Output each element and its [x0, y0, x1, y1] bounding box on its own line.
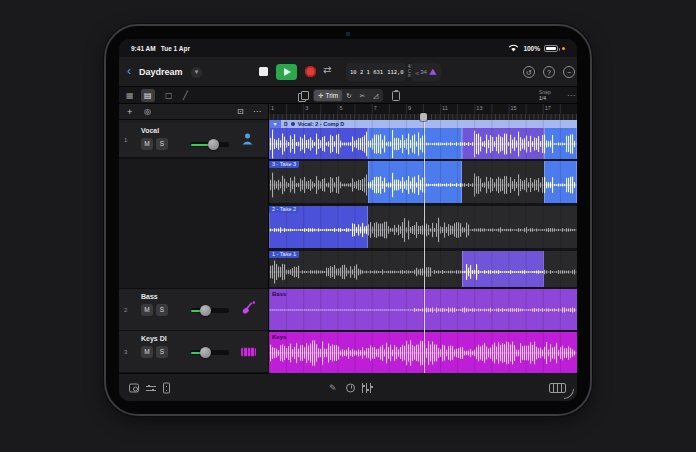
keyboard-icon	[241, 347, 256, 356]
lcd-display[interactable]: 10 2 1 631 112,0 4/4 C maj	[346, 63, 406, 81]
battery-icon	[544, 45, 558, 52]
solo-button[interactable]: S	[156, 304, 168, 316]
track-number: 1	[124, 137, 127, 143]
solo-button[interactable]: S	[156, 138, 168, 150]
mute-button[interactable]: M	[141, 138, 153, 150]
view-automation-button[interactable]: ╱	[183, 87, 188, 104]
take-label: 1 - Take 1	[269, 251, 299, 258]
tool-trim-segment[interactable]: ✛ Trim	[314, 90, 342, 101]
take-lanes-header-area	[119, 158, 268, 289]
help-button[interactable]: ?	[543, 66, 555, 78]
paste-icon[interactable]	[392, 91, 400, 101]
trim-tool-icon: ✛	[318, 90, 323, 101]
status-bar: 9:41 AM Tue 1 Apr 100%	[119, 39, 577, 57]
aux-glyph: ◃	[415, 69, 418, 76]
mic-in-use-indicator	[562, 47, 565, 50]
mixer-button[interactable]	[146, 383, 156, 392]
ruler-bar-number: 5	[337, 105, 342, 111]
ruler-bar-number: 3	[303, 105, 308, 111]
tool-segmented-control: ✛ Trim ↻ ✂ ◿	[313, 89, 383, 102]
edit-toolbar: ▦ ▤ ▢ ╱ ✛ Trim ↻ ✂ ◿ Snap 1/4 ⋯	[119, 87, 577, 104]
track-catalog-button[interactable]: ◎	[144, 104, 151, 120]
ruler-bar-number: 7	[372, 105, 377, 111]
stop-button[interactable]	[259, 67, 268, 76]
speaker-icon	[291, 122, 295, 126]
take-selected-wave	[368, 161, 461, 203]
browser-button[interactable]	[129, 383, 139, 392]
take-label: 3 - Take 3	[269, 161, 299, 168]
lcd-tempo: 112,0	[387, 69, 404, 75]
session-activity-icon	[429, 69, 437, 76]
tool-scissors-segment[interactable]: ✂	[356, 90, 369, 101]
take-folder-disclosure[interactable]: ▾	[269, 120, 281, 128]
tool-loop-segment[interactable]: ↻	[342, 90, 355, 101]
track-panel-more-button[interactable]: ⋯	[253, 104, 261, 120]
track-number: 2	[124, 307, 127, 313]
volume-slider[interactable]	[191, 350, 229, 355]
track-header-panel: + ◎ ⊡ ⋯ 1VocalMS2BassMS3Keys DIMS	[119, 104, 269, 373]
project-title[interactable]: Daydream	[139, 67, 183, 77]
region-label: Bass	[272, 291, 286, 297]
play-button[interactable]	[276, 64, 297, 80]
project-menu-button[interactable]: ▾	[191, 67, 202, 78]
tool-fade-segment[interactable]: ◿	[369, 90, 382, 101]
take-label: 2 - Take 2	[269, 206, 299, 213]
toolbar-more-button[interactable]: ⋯	[567, 87, 575, 104]
track-number: 3	[124, 349, 127, 355]
volume-slider[interactable]	[191, 308, 229, 313]
take-folder-label: Vocal: 2 - Comp D	[298, 121, 345, 127]
mute-button[interactable]: M	[141, 304, 153, 316]
timeline[interactable]: 135791113151719 ▾ D Vocal: 2 - Comp D 3 …	[269, 104, 577, 373]
lcd-position: 10 2 1 631	[350, 69, 383, 75]
view-live-loops-button[interactable]: ▢	[165, 87, 173, 104]
track-name: Keys DI	[141, 335, 167, 342]
trim-tool-label: Trim	[325, 90, 338, 101]
track-header-bass[interactable]: 2BassMS	[119, 289, 268, 331]
snap-control[interactable]: Snap 1/4	[539, 89, 551, 102]
take-selected-wave	[462, 251, 545, 287]
ruler-bar-number: 15	[509, 105, 517, 111]
undo-button[interactable]: ↺	[523, 66, 535, 78]
ruler-bar-number: 1	[269, 105, 274, 111]
arrange-area: + ◎ ⊡ ⋯ 1VocalMS2BassMS3Keys DIMS 135791…	[119, 104, 577, 373]
playhead[interactable]	[424, 113, 425, 373]
solo-button[interactable]: S	[156, 346, 168, 358]
track-header-vocal[interactable]: 1VocalMS	[119, 123, 268, 158]
track-name: Vocal	[141, 127, 159, 134]
copy-icon[interactable]	[298, 91, 307, 101]
smart-controls-button[interactable]	[346, 383, 355, 392]
track-panel-header: + ◎ ⊡ ⋯	[119, 104, 268, 120]
view-tracks-button[interactable]: ▤	[141, 89, 155, 102]
bottom-bar: ✎	[119, 373, 577, 401]
cycle-button[interactable]: ⇄	[323, 64, 331, 75]
ruler-bar-number: 11	[440, 105, 448, 111]
bass-guitar-icon	[241, 300, 256, 319]
view-grid-button[interactable]: ▦	[126, 87, 134, 104]
pencil-tool-button[interactable]: ✎	[329, 383, 337, 393]
aux-display[interactable]: ◃ 34	[411, 63, 441, 81]
ruler-bar-number: 17	[543, 105, 551, 111]
lane-view-button[interactable]: ⊡	[237, 104, 244, 120]
faders-button[interactable]	[362, 383, 373, 393]
record-button[interactable]	[305, 66, 316, 77]
ruler-bar-number: 13	[474, 105, 482, 111]
back-button[interactable]: ‹	[127, 63, 131, 79]
region-label: Keys	[272, 334, 286, 340]
wifi-icon	[508, 44, 519, 52]
channel-strip-button[interactable]	[163, 382, 170, 393]
status-date: Tue 1 Apr	[161, 45, 190, 52]
snap-value: 1/4	[539, 95, 551, 101]
track-header-keys-di[interactable]: 3Keys DIMS	[119, 331, 268, 373]
playhead-handle[interactable]	[420, 113, 427, 121]
vocalist-icon	[241, 131, 254, 149]
track-name: Bass	[141, 293, 158, 300]
comp-badge: D	[284, 121, 288, 127]
volume-slider[interactable]	[191, 142, 229, 147]
mute-button[interactable]: M	[141, 346, 153, 358]
corner-handle[interactable]	[564, 389, 574, 399]
take-selected-wave	[544, 161, 577, 203]
minimize-button[interactable]: −	[563, 66, 575, 78]
add-track-button[interactable]: +	[127, 104, 132, 120]
battery-percent: 100%	[523, 45, 540, 52]
ipad-device: 9:41 AM Tue 1 Apr 100% ‹ Daydream ▾ ⇄	[104, 24, 592, 416]
